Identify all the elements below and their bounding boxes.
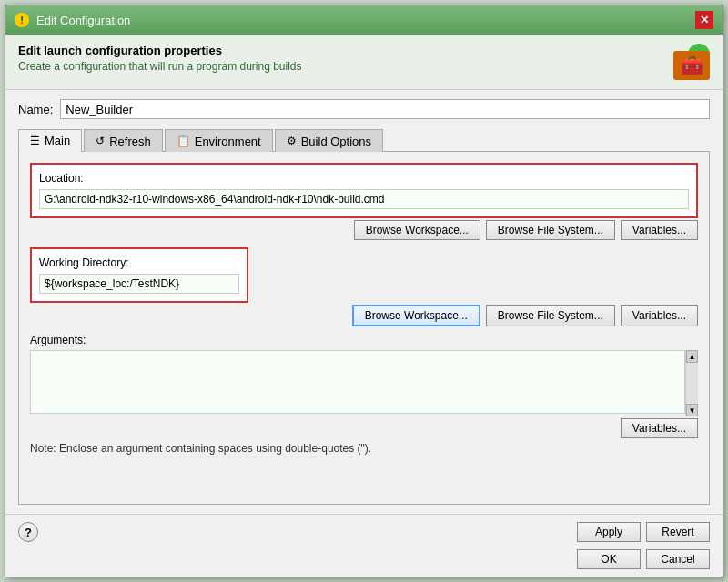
footer-right-buttons: Apply Revert: [577, 522, 710, 542]
arguments-group: Arguments: ▲ ▼ Variables... Note: Enclos…: [30, 334, 698, 455]
note-text: Note: Enclose an argument containing spa…: [30, 442, 698, 455]
header-area: Edit launch configuration properties Cre…: [5, 35, 723, 90]
location-browse-filesystem-btn[interactable]: Browse File System...: [486, 220, 615, 240]
ok-cancel-buttons: OK Cancel: [577, 549, 710, 569]
working-dir-browse-filesystem-btn[interactable]: Browse File System...: [486, 305, 615, 326]
help-button[interactable]: ?: [18, 522, 38, 542]
tabs-bar: ☰ Main ↺ Refresh 📋 Environment ⚙ Build O…: [18, 128, 710, 152]
working-directory-group: Working Directory: Browse Workspace... B…: [30, 247, 698, 326]
name-row: Name:: [18, 99, 710, 119]
main-tab-icon: ☰: [30, 135, 40, 147]
environment-tab-icon: 📋: [177, 135, 190, 147]
location-input[interactable]: [39, 189, 689, 209]
content-area: Name: ☰ Main ↺ Refresh 📋 Environment ⚙ B…: [5, 90, 723, 514]
location-btn-row: Browse Workspace... Browse File System..…: [30, 220, 698, 240]
arguments-scrollbar[interactable]: ▲ ▼: [685, 350, 698, 416]
working-dir-field-group: Working Directory:: [30, 247, 248, 303]
working-dir-browse-workspace-btn[interactable]: Browse Workspace...: [352, 305, 480, 326]
title-bar-left: ! Edit Configuration: [15, 13, 130, 27]
working-dir-label: Working Directory:: [39, 256, 239, 269]
tab-refresh-label: Refresh: [109, 135, 151, 148]
tab-build-options-label: Build Options: [301, 135, 371, 148]
arguments-variables-btn[interactable]: Variables...: [621, 418, 698, 438]
scroll-up-arrow[interactable]: ▲: [686, 350, 698, 363]
working-dir-btn-row: Browse Workspace... Browse File System..…: [30, 305, 698, 326]
location-browse-workspace-btn[interactable]: Browse Workspace...: [354, 220, 480, 240]
close-button[interactable]: ✕: [695, 11, 713, 29]
location-group: Location: Browse Workspace... Browse Fil…: [30, 163, 698, 240]
tab-main[interactable]: ☰ Main: [18, 129, 82, 152]
revert-button[interactable]: Revert: [646, 522, 710, 542]
working-dir-input[interactable]: [39, 274, 239, 294]
location-variables-btn[interactable]: Variables...: [621, 220, 698, 240]
ok-cancel-row: OK Cancel: [5, 549, 723, 577]
tab-main-label: Main: [45, 134, 70, 147]
title-bar: ! Edit Configuration ✕: [5, 5, 723, 35]
name-label: Name:: [18, 103, 53, 116]
scroll-down-arrow[interactable]: ▼: [686, 404, 698, 416]
header-subheading: Create a configuration that will run a p…: [18, 60, 302, 73]
header-text: Edit launch configuration properties Cre…: [18, 44, 302, 73]
header-heading: Edit launch configuration properties: [18, 44, 302, 57]
working-dir-variables-btn[interactable]: Variables...: [621, 305, 698, 326]
arguments-label: Arguments:: [30, 334, 698, 346]
tab-environment-label: Environment: [195, 135, 261, 148]
edit-configuration-dialog: ! Edit Configuration ✕ Edit launch confi…: [5, 5, 723, 577]
tab-content-main: Location: Browse Workspace... Browse Fil…: [18, 152, 710, 505]
refresh-tab-icon: ↺: [96, 135, 105, 147]
tab-environment[interactable]: 📋 Environment: [165, 129, 273, 152]
toolbox-icon: [673, 51, 710, 80]
build-options-tab-icon: ⚙: [287, 135, 297, 147]
header-icon-area: [666, 44, 710, 80]
location-label: Location:: [39, 172, 689, 185]
arguments-btn-row: Variables...: [30, 418, 698, 438]
ok-button[interactable]: OK: [577, 549, 641, 569]
dialog-title: Edit Configuration: [36, 14, 130, 27]
footer-buttons: ? Apply Revert: [5, 514, 723, 549]
arguments-textarea[interactable]: [30, 350, 685, 414]
tab-build-options[interactable]: ⚙ Build Options: [275, 129, 383, 152]
tab-refresh[interactable]: ↺ Refresh: [84, 129, 163, 152]
arguments-textarea-wrapper: ▲ ▼: [30, 350, 698, 416]
warning-icon: !: [15, 13, 29, 27]
apply-button[interactable]: Apply: [577, 522, 641, 542]
cancel-button[interactable]: Cancel: [646, 549, 710, 569]
name-input[interactable]: [60, 99, 710, 119]
location-field-group: Location:: [30, 163, 698, 218]
